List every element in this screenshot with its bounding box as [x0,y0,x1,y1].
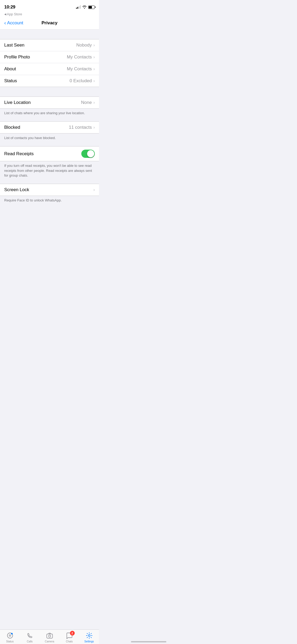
status-time: 10:29 [4,4,15,10]
status-value: 0 Excluded [70,78,92,84]
screen-lock-label: Screen Lock [4,187,29,192]
read-receipts-toggle[interactable] [81,150,95,158]
nav-header: ‹ Account Privacy [0,18,99,30]
blocked-group: Blocked 11 contacts › [0,121,99,134]
live-location-value: None [81,100,92,105]
about-value: My Contacts [67,66,92,72]
blocked-chevron-icon: › [93,125,95,130]
app-store-back-row: ◀ App Store [0,12,99,18]
profile-photo-row[interactable]: Profile Photo My Contacts › [0,51,99,63]
last-seen-row[interactable]: Last Seen Nobody › [0,39,99,51]
last-seen-chevron-icon: › [93,43,95,48]
blocked-description: List of contacts you have blocked. [0,134,99,144]
profile-photo-chevron-icon: › [93,55,95,59]
section-spacer-3 [0,119,99,121]
status-chevron-icon: › [93,79,95,83]
blocked-value-container: 11 contacts › [69,125,95,130]
blocked-row[interactable]: Blocked 11 contacts › [0,122,99,133]
screen-lock-value-container: › [93,187,95,192]
status-row[interactable]: Status 0 Excluded › [0,75,99,87]
live-location-description: List of chats where you are sharing your… [0,109,99,119]
status-icons [76,6,95,9]
about-label: About [4,66,16,72]
section-spacer-5 [0,181,99,184]
back-button[interactable]: ‹ Account [4,20,23,26]
back-chevron-icon: ‹ [4,20,6,26]
section-spacer-2 [0,87,99,96]
last-seen-label: Last Seen [4,43,25,48]
blocked-label: Blocked [4,125,20,130]
about-chevron-icon: › [93,67,95,71]
status-value-container: 0 Excluded › [70,78,95,84]
profile-photo-label: Profile Photo [4,54,30,60]
last-seen-value: Nobody [76,43,92,48]
status-bar: 10:29 [0,0,99,12]
section-spacer-1 [0,30,99,39]
battery-icon [88,6,95,9]
wifi-icon [82,6,87,9]
profile-photo-value-container: My Contacts › [67,54,95,60]
live-location-row[interactable]: Live Location None › [0,97,99,108]
status-label: Status [4,78,17,84]
app-store-back-label: App Store [7,12,22,16]
read-receipts-description: If you turn off read receipts, you won't… [0,161,99,181]
signal-bars-icon [76,6,81,9]
read-receipts-label: Read Receipts [4,151,34,157]
screen-lock-chevron-icon: › [93,187,95,192]
live-location-group: Live Location None › [0,96,99,109]
live-location-chevron-icon: › [93,100,95,105]
about-row[interactable]: About My Contacts › [0,63,99,75]
section-spacer-4 [0,144,99,146]
back-label: Account [7,20,23,26]
toggle-knob [87,150,94,157]
blocked-value: 11 contacts [69,125,92,130]
live-location-value-container: None › [81,100,95,105]
screen-lock-row[interactable]: Screen Lock › [0,184,99,196]
about-value-container: My Contacts › [67,66,95,72]
last-seen-value-container: Nobody › [76,43,95,48]
screen-lock-group: Screen Lock › [0,184,99,196]
screen-lock-description: Require Face ID to unlock WhatsApp. [0,196,99,206]
profile-photo-value: My Contacts [67,54,92,60]
page-title: Privacy [41,20,58,26]
visibility-group: Last Seen Nobody › Profile Photo My Cont… [0,39,99,87]
read-receipts-group: Read Receipts [0,146,99,161]
content-area: Last Seen Nobody › Profile Photo My Cont… [0,30,99,238]
read-receipts-row: Read Receipts [0,146,99,161]
app-store-back-triangle: ◀ [4,13,6,16]
live-location-label: Live Location [4,100,31,105]
